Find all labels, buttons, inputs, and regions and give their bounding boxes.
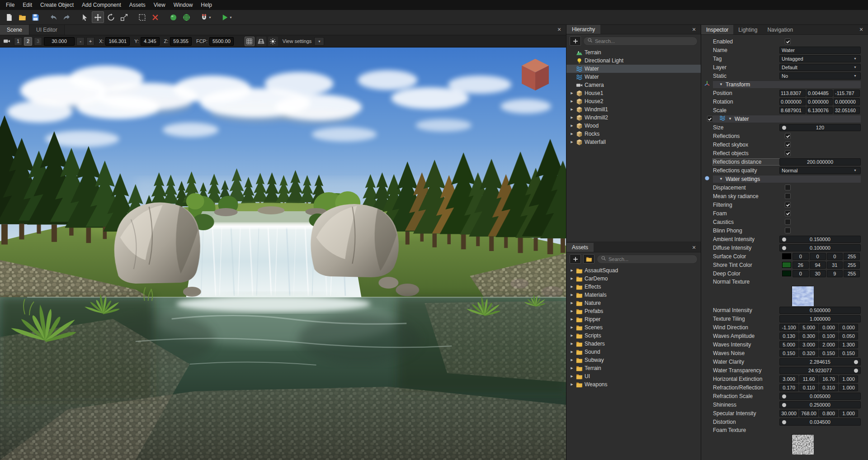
asset-folder-assaultsquad[interactable]: ▶AssaultSquad <box>566 266 701 275</box>
rgba-field[interactable]: 255 <box>844 261 860 269</box>
coord-value[interactable]: 59.355 <box>170 37 192 46</box>
section-header[interactable]: Water settings <box>713 175 861 183</box>
hierarchy-item-windmill1-7[interactable]: ▶Windmill1 <box>566 105 701 114</box>
expand-arrow-icon[interactable]: ▶ <box>570 350 574 354</box>
slider-knob[interactable] <box>782 246 786 250</box>
vector-field[interactable]: 0.300 <box>799 332 818 340</box>
vector-field[interactable]: 5.000 <box>799 324 818 331</box>
hierarchy-item-house1-5[interactable]: ▶House1 <box>566 89 701 97</box>
coord-value[interactable]: 4.345 <box>141 37 160 46</box>
expand-arrow-icon[interactable]: ▶ <box>570 285 574 289</box>
expand-arrow-icon[interactable]: ▶ <box>570 366 574 370</box>
checkbox[interactable] <box>785 150 791 156</box>
hierarchy-item-terrain-0[interactable]: Terrain <box>566 48 701 57</box>
checkbox[interactable] <box>785 193 791 199</box>
rgba-field[interactable]: 26 <box>793 261 809 269</box>
asset-folder-terrain[interactable]: ▶Terrain <box>566 364 701 372</box>
hierarchy-item-rocks-10[interactable]: ▶Rocks <box>566 130 701 138</box>
checkbox[interactable] <box>785 210 791 216</box>
camera-preset-3-button[interactable]: 3 <box>34 37 42 46</box>
scale-tool-button[interactable] <box>118 11 130 23</box>
asset-folder-sound[interactable]: ▶Sound <box>566 348 701 356</box>
collapse-arrow-icon[interactable] <box>728 117 732 121</box>
expand-arrow-icon[interactable]: ▶ <box>570 108 574 111</box>
new-folder-button[interactable] <box>583 254 594 264</box>
select-tool-button[interactable] <box>79 11 91 23</box>
vector-field[interactable]: 113.8307 <box>779 90 806 97</box>
asset-folder-subway[interactable]: ▶Subway <box>566 356 701 364</box>
rgba-field[interactable]: 0 <box>793 253 809 260</box>
rect-select-button[interactable] <box>136 11 148 23</box>
vector-field[interactable]: 3.000 <box>799 341 818 348</box>
text-field[interactable]: Water <box>779 47 861 54</box>
grid-perspective-toggle[interactable] <box>256 37 266 46</box>
expand-arrow-icon[interactable]: ▶ <box>570 269 574 272</box>
expand-arrow-icon[interactable]: ▶ <box>570 132 574 136</box>
vector-field[interactable]: 0.170 <box>779 384 798 391</box>
add-asset-button[interactable] <box>570 254 581 264</box>
slider-knob[interactable] <box>782 237 786 242</box>
camera-preset-2-button[interactable]: 2 <box>24 37 32 46</box>
view-settings-dropdown[interactable] <box>314 37 324 46</box>
redo-button[interactable] <box>61 11 73 23</box>
expand-arrow-icon[interactable]: ▶ <box>570 358 574 362</box>
color-swatch[interactable] <box>782 262 791 268</box>
close-icon[interactable] <box>690 26 698 33</box>
checkbox[interactable] <box>785 219 791 225</box>
expand-arrow-icon[interactable]: ▶ <box>570 140 574 144</box>
checkbox[interactable] <box>785 202 791 208</box>
number-field[interactable]: 0.500000 <box>779 307 861 314</box>
dropdown[interactable]: Untagged <box>779 55 861 62</box>
asset-folder-shaders[interactable]: ▶Shaders <box>566 340 701 348</box>
rgba-field[interactable]: 0 <box>827 253 843 260</box>
viewport-tab-ui-editor[interactable]: UI Editor <box>29 25 65 35</box>
add-object-button[interactable] <box>570 36 581 46</box>
slider[interactable]: 0.250000 <box>779 401 861 408</box>
expand-arrow-icon[interactable]: ▶ <box>570 91 574 95</box>
section-header[interactable]: Transform <box>713 81 861 89</box>
inspector-tab-lighting[interactable]: Lighting <box>733 25 762 34</box>
gizmo-cube[interactable] <box>522 59 549 90</box>
dropdown[interactable]: No <box>779 72 861 80</box>
asset-folder-nature[interactable]: ▶Nature <box>566 299 701 307</box>
menu-add-component[interactable]: Add Component <box>78 0 125 9</box>
expand-arrow-icon[interactable]: ▶ <box>570 383 574 386</box>
texture-thumbnail[interactable] <box>792 286 813 306</box>
vector-field[interactable]: 0.800 <box>819 410 838 417</box>
dropdown[interactable]: Default <box>779 64 861 71</box>
expand-arrow-icon[interactable]: ▶ <box>570 100 574 103</box>
asset-folder-materials[interactable]: ▶Materials <box>566 291 701 299</box>
move-tool-button[interactable] <box>92 11 104 23</box>
slider[interactable]: 24.923077 <box>779 367 861 374</box>
hierarchy-item-directional-light-1[interactable]: Directional Light <box>566 57 701 65</box>
expand-arrow-icon[interactable]: ▶ <box>570 326 574 329</box>
slider[interactable]: 2.284615 <box>779 358 861 365</box>
asset-folder-weapons[interactable]: ▶Weapons <box>566 380 701 389</box>
asset-folder-ui[interactable]: ▶UI <box>566 372 701 380</box>
rgba-field[interactable]: 31 <box>827 261 843 269</box>
expand-arrow-icon[interactable]: ▶ <box>570 116 574 119</box>
vector-field[interactable]: 0.000000 <box>807 98 833 105</box>
asset-folder-scenes[interactable]: ▶Scenes <box>566 323 701 332</box>
vector-field[interactable]: 0.000 <box>819 324 838 331</box>
slider[interactable]: 0.100000 <box>779 244 861 251</box>
menu-assets[interactable]: Assets <box>125 0 150 9</box>
material-sphere-button[interactable] <box>167 11 179 23</box>
camera-preset-1-button[interactable]: 1 <box>14 37 22 46</box>
close-icon[interactable] <box>858 26 865 33</box>
hierarchy-item-windmill2-8[interactable]: ▶Windmill2 <box>566 114 701 122</box>
vector-field[interactable]: 0.110 <box>799 384 818 391</box>
asset-folder-ripper[interactable]: ▶Ripper <box>566 315 701 323</box>
asset-folder-effects[interactable]: ▶Effects <box>566 283 701 291</box>
vector-field[interactable]: 30.000 <box>779 410 798 417</box>
vector-field[interactable]: 16.70 <box>819 375 838 383</box>
vector-field[interactable]: 0.150 <box>819 350 838 357</box>
vector-field[interactable]: 0.150 <box>779 350 798 357</box>
close-icon[interactable] <box>556 26 563 33</box>
asset-folder-cardemo[interactable]: ▶CarDemo <box>566 275 701 283</box>
vector-field[interactable]: 6.130076 <box>807 107 833 114</box>
menu-window[interactable]: Window <box>170 0 197 9</box>
expand-arrow-icon[interactable]: ▶ <box>570 334 574 337</box>
asset-folder-prefabs[interactable]: ▶Prefabs <box>566 307 701 315</box>
collapse-arrow-icon[interactable] <box>719 82 723 86</box>
